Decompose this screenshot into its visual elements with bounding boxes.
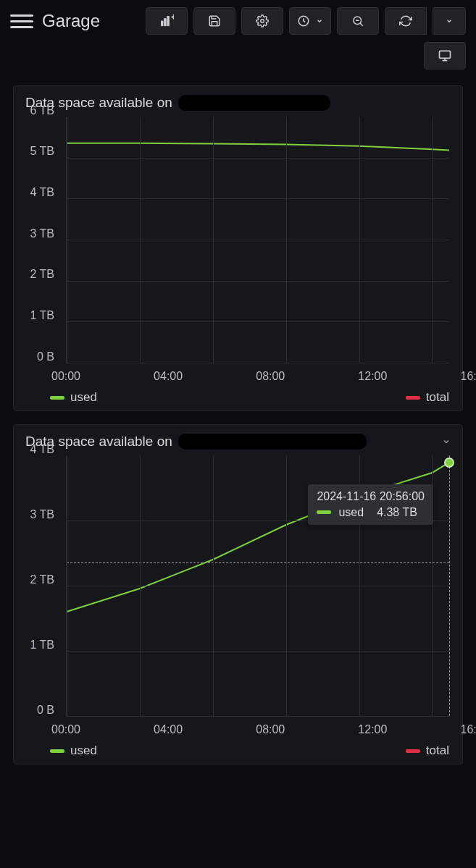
- time-range-button[interactable]: [289, 7, 331, 35]
- legend-label: used: [70, 390, 97, 405]
- menu-icon[interactable]: [10, 9, 33, 33]
- tooltip-time: 2024-11-16 20:56:00: [317, 490, 425, 503]
- toolbar: +: [146, 7, 466, 35]
- hover-point: [444, 458, 454, 468]
- tooltip: 2024-11-16 20:56:00 used 4.38 TB: [308, 484, 433, 525]
- refresh-interval-button[interactable]: [433, 7, 466, 35]
- save-button[interactable]: [193, 7, 235, 35]
- svg-text:+: +: [172, 14, 174, 21]
- legend-label: total: [426, 743, 449, 758]
- tooltip-series-label: used: [338, 506, 364, 519]
- svg-point-4: [261, 20, 264, 23]
- top-bar: Garage +: [0, 0, 476, 38]
- legend-label: used: [70, 743, 97, 758]
- panel-title[interactable]: Data space available on: [14, 86, 462, 117]
- panel-data-space-2: Data space available on 4 TB3 TB2 TB1 TB…: [13, 424, 463, 764]
- svg-rect-2: [167, 16, 170, 25]
- svg-rect-1: [164, 19, 167, 26]
- page-title: Garage: [42, 11, 100, 31]
- settings-button[interactable]: [241, 7, 283, 35]
- svg-rect-9: [440, 51, 451, 58]
- legend-item-used[interactable]: used: [50, 390, 97, 405]
- legend: used total: [50, 743, 449, 758]
- x-axis: 00:0004:0008:0012:0016:0020:00: [66, 719, 462, 739]
- crosshair: [67, 562, 449, 563]
- chart-area[interactable]: 2024-11-16 20:56:00 used 4.38 TB: [66, 455, 449, 717]
- legend-item-total[interactable]: total: [406, 390, 449, 405]
- chevron-down-icon: [442, 437, 451, 446]
- y-axis: 4 TB3 TB2 TB1 TB0 B: [14, 455, 66, 719]
- svg-line-7: [360, 23, 363, 26]
- redacted-hostname: [178, 95, 330, 111]
- y-axis: 6 TB5 TB4 TB3 TB2 TB1 TB0 B: [14, 117, 66, 366]
- panel-data-space-1: Data space available on 6 TB5 TB4 TB3 TB…: [13, 85, 463, 411]
- tooltip-value: 4.38 TB: [377, 506, 417, 519]
- add-panel-button[interactable]: +: [146, 7, 188, 35]
- redacted-hostname: [178, 434, 367, 450]
- chart-area[interactable]: [66, 117, 449, 363]
- legend-item-used[interactable]: used: [50, 743, 97, 758]
- crosshair: [449, 455, 450, 716]
- legend: used total: [50, 390, 449, 405]
- legend-item-total[interactable]: total: [406, 743, 449, 758]
- legend-label: total: [426, 390, 449, 405]
- svg-rect-0: [162, 21, 164, 26]
- x-axis: 00:0004:0008:0012:0016:0020:00: [66, 366, 462, 386]
- refresh-button[interactable]: [385, 7, 427, 35]
- tv-mode-button[interactable]: [424, 42, 466, 69]
- zoom-out-button[interactable]: [337, 7, 379, 35]
- panel-title[interactable]: Data space available on: [14, 425, 462, 455]
